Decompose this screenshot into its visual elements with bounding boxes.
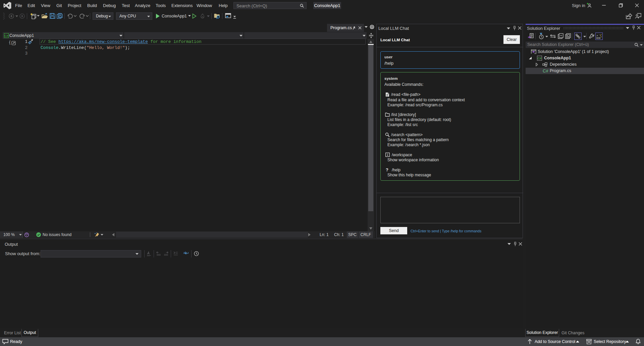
svg-text:C#: C#: [543, 68, 548, 73]
svg-text:C#: C#: [4, 34, 8, 38]
svg-text:C#: C#: [537, 56, 542, 60]
svg-text:ab: ab: [183, 251, 187, 254]
